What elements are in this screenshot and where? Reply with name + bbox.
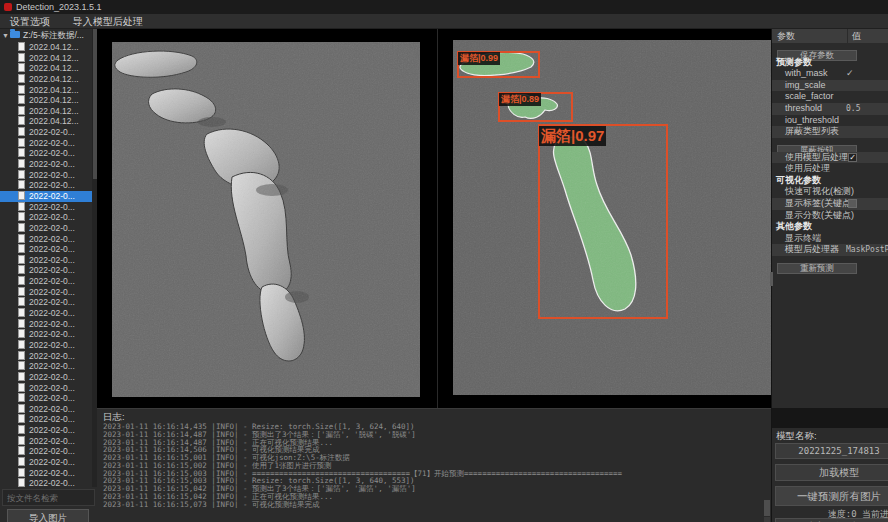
folder-icon: [10, 31, 20, 38]
tree-item[interactable]: 2022-02-0...: [0, 148, 97, 159]
param-row[interactable]: 快速可视化(检测): [772, 186, 888, 198]
tree-item[interactable]: 2022-02-0...: [0, 414, 97, 425]
menu-item-import-postprocess[interactable]: 导入模型后处理: [63, 14, 153, 29]
import-images-button[interactable]: 导入图片: [7, 509, 89, 522]
model-name-button[interactable]: 20221225_174813: [775, 443, 888, 459]
param-label: 显示终端: [785, 233, 821, 243]
tree-item[interactable]: 2022-02-0...: [0, 404, 97, 415]
tree-item[interactable]: 2022.04.12...: [0, 74, 97, 85]
tree-item[interactable]: 2022-02-0...: [0, 202, 97, 213]
tree-item[interactable]: 2022-02-0...: [0, 127, 97, 138]
tree-item[interactable]: 2022-02-0...: [0, 436, 97, 447]
tree-item-label: 2022-02-0...: [29, 383, 75, 393]
tree-item[interactable]: 2022-02-0...: [0, 255, 97, 266]
tree-item-label: 2022-02-0...: [29, 265, 75, 275]
tree-item[interactable]: 2022-02-0...: [0, 244, 97, 255]
source-image[interactable]: [112, 42, 420, 397]
param-row[interactable]: 模型后处理器MaskPostPro: [772, 244, 888, 256]
model-name-label: 模型名称:: [776, 430, 817, 443]
log-line: 2023-01-11 16:16:14,435 |INFO| - Resize:…: [103, 423, 763, 431]
tree-item[interactable]: 2022-02-0...: [0, 223, 97, 234]
tree-scrollbar-thumb[interactable]: [93, 29, 97, 179]
tree-item-label: 2022-02-0...: [29, 319, 75, 329]
tree-item[interactable]: 2022.04.12...: [0, 106, 97, 117]
tree-item[interactable]: 2022-02-0...: [0, 340, 97, 351]
tree-item[interactable]: 2022-02-0...: [0, 393, 97, 404]
tree-item[interactable]: 2022-02-0...: [0, 457, 97, 468]
file-icon: [18, 446, 25, 455]
value-column-header: 值: [847, 29, 888, 43]
param-row[interactable]: 屏蔽类型列表: [772, 126, 888, 138]
tree-item[interactable]: 2022-02-0...: [0, 265, 97, 276]
tree-item[interactable]: 2022-02-0...: [0, 212, 97, 223]
tree-item[interactable]: 2022-02-0...: [0, 170, 97, 181]
param-button-row: 屏蔽按钮: [772, 138, 888, 152]
postprocess-settings-button[interactable]: 后处理参数设置: [775, 518, 888, 522]
param-row[interactable]: threshold0.5: [772, 103, 888, 115]
tree-item-label: 2022-02-0...: [29, 404, 75, 414]
prediction-image[interactable]: 漏箔|0.99 漏箔|0.89 漏箔|0.97: [453, 40, 772, 395]
param-button[interactable]: 重新预测: [777, 263, 857, 275]
tree-item-label: 2022-02-0...: [29, 372, 75, 382]
tree-item[interactable]: 2022.04.12...: [0, 53, 97, 64]
tree-root-folder[interactable]: ▼Z:/5-标注数据/...: [0, 29, 97, 42]
tree-item[interactable]: 2022-02-0...: [0, 234, 97, 245]
param-row[interactable]: iou_threshold: [772, 115, 888, 127]
tree-item[interactable]: 2022-02-0...: [0, 319, 97, 330]
file-icon: [18, 468, 25, 477]
chevron-down-icon[interactable]: ▼: [2, 29, 10, 42]
tree-item[interactable]: 2022-02-0...: [0, 446, 97, 457]
params-scrollbar-thumb[interactable]: [770, 272, 773, 286]
checkbox-checked-icon[interactable]: ✓: [848, 153, 857, 162]
param-section-header: 可视化参数: [772, 175, 888, 186]
menu-item-settings[interactable]: 设置选项: [0, 14, 60, 29]
tree-item[interactable]: 2022-02-0...: [0, 308, 97, 319]
param-row[interactable]: 使用后处理: [772, 163, 888, 175]
right-panel-gap: [771, 408, 888, 428]
parameters-panel: 参数 值 保存参数预测参数with_mask✓img_scalescale_fa…: [771, 29, 888, 412]
file-icon: [18, 297, 25, 306]
tree-item[interactable]: 2022-02-0...: [0, 159, 97, 170]
param-row[interactable]: 显示终端: [772, 233, 888, 245]
tree-item[interactable]: 2022-02-0...: [0, 383, 97, 394]
tree-item[interactable]: 2022-02-0...: [0, 138, 97, 149]
log-lines[interactable]: 2023-01-11 16:16:14,435 |INFO| - Resize:…: [103, 423, 763, 508]
log-line: 2023-01-11 16:16:15,073 |INFO| - 可视化预测结果…: [103, 501, 763, 509]
tree-item[interactable]: 2022.04.12...: [0, 95, 97, 106]
tree-item[interactable]: 2022-02-0...: [0, 297, 97, 308]
tree-root-label: Z:/5-标注数据/...: [23, 30, 84, 40]
file-icon: [18, 53, 25, 62]
param-label: 使用模型后处理: [785, 152, 848, 162]
param-row[interactable]: 显示分数(关键点): [772, 210, 888, 222]
tree-item[interactable]: 2022.04.12...: [0, 63, 97, 74]
search-input[interactable]: [2, 489, 95, 506]
tree-item[interactable]: 2022.04.12...: [0, 116, 97, 127]
log-line: 2023-01-11 16:16:15,042 |INFO| - 预测出了3个结…: [103, 485, 763, 493]
tree-item-label: 2022-02-0...: [29, 191, 75, 201]
tree-item[interactable]: 2022-02-0...: [0, 351, 97, 362]
tree-item[interactable]: 2022-02-0...: [0, 276, 97, 287]
tree-item[interactable]: 2022.04.12...: [0, 42, 97, 53]
load-model-button[interactable]: 加载模型: [775, 464, 888, 481]
tree-item[interactable]: 2022.04.12...: [0, 85, 97, 96]
param-row[interactable]: 显示标签(关键点): [772, 198, 888, 210]
tree-item[interactable]: 2022-02-0...: [0, 478, 97, 487]
param-row[interactable]: scale_factor: [772, 91, 888, 103]
file-icon: [18, 319, 25, 328]
param-row[interactable]: img_scale: [772, 80, 888, 92]
tree-item[interactable]: 2022-02-0...: [0, 287, 97, 298]
predict-all-button[interactable]: 一键预测所有图片: [775, 486, 888, 506]
tree-item-label: 2022-02-0...: [29, 170, 75, 180]
checkbox-icon[interactable]: [848, 199, 857, 208]
param-row[interactable]: 使用模型后处理✓: [772, 152, 888, 164]
tree-item[interactable]: 2022-02-0...: [0, 180, 97, 191]
tree-item-label: 2022-02-0...: [29, 393, 75, 403]
tree-item[interactable]: 2022-02-0...: [0, 191, 97, 202]
log-scrollbar-thumb[interactable]: [764, 500, 770, 516]
tree-item[interactable]: 2022-02-0...: [0, 361, 97, 372]
tree-item[interactable]: 2022-02-0...: [0, 425, 97, 436]
param-row[interactable]: with_mask✓: [772, 68, 888, 80]
tree-item[interactable]: 2022-02-0...: [0, 372, 97, 383]
tree-item[interactable]: 2022-02-0...: [0, 468, 97, 479]
tree-item[interactable]: 2022-02-0...: [0, 329, 97, 340]
